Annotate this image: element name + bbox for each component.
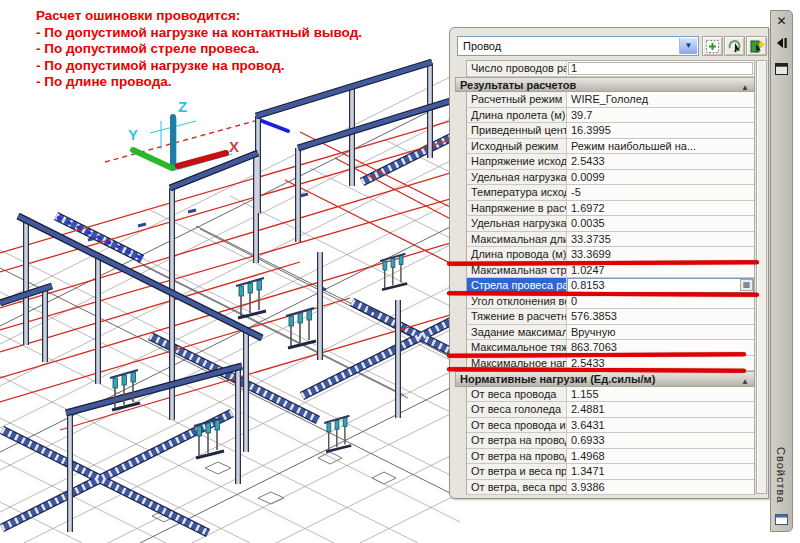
property-value[interactable]: 0.6933 <box>567 433 754 448</box>
annotation-line: - По допустимой стреле провеса. <box>36 41 362 58</box>
section-header-results[interactable]: Результаты расчетов ▲ <box>455 77 755 93</box>
property-label: Стрела провеса расчетного режима (м) <box>467 278 567 293</box>
property-label: Температура исходного режима (°С) <box>467 185 567 200</box>
property-label: Удельная нагрузка исходного режима... <box>467 170 567 185</box>
quick-select-icon <box>749 39 764 54</box>
property-label: От ветра, веса провода и гололеда <box>467 480 567 495</box>
property-label: Тяжение в расчетном режиме (Ед.силы) <box>467 309 567 324</box>
palette-title-bar[interactable]: ✕ Свойства <box>770 10 793 532</box>
property-label: От ветра и веса провода <box>467 464 567 479</box>
property-value-text: 0.8153 <box>571 279 605 291</box>
properties-list: Число проводов расщепленной фазы 1 Резул… <box>455 60 755 495</box>
property-label: Исходный режим <box>467 139 567 154</box>
property-value[interactable]: 1.6972 <box>567 201 754 216</box>
quick-select-button[interactable] <box>746 36 767 56</box>
property-row[interactable]: Температура исходного режима (°С)-5 <box>467 185 754 201</box>
auto-hide-icon[interactable] <box>775 37 788 49</box>
property-value[interactable]: 0.0099 <box>567 170 754 185</box>
ucs-z-label: Z <box>178 98 187 115</box>
property-label: От веса гололеда <box>467 402 567 417</box>
ucs-x-label: X <box>229 138 239 155</box>
property-label: Расчетный режим <box>467 92 567 107</box>
palette-window-icon <box>775 514 788 525</box>
pickadd-toggle-button[interactable] <box>702 36 723 56</box>
section-header-normative-loads[interactable]: Нормативные нагрузки (Ед.силы/м) ▲ <box>455 371 755 387</box>
property-value[interactable]: 33.3735 <box>567 232 754 247</box>
property-row[interactable]: От ветра, веса провода и гололеда3.9386 <box>467 480 754 496</box>
annotation-line: - По допустимой нагрузке на контактный в… <box>36 25 362 42</box>
property-row[interactable]: От ветра и веса провода1.3471 <box>467 464 754 480</box>
property-value[interactable]: 3.9386 <box>567 480 754 495</box>
property-value[interactable]: 3.6431 <box>567 418 754 433</box>
property-row[interactable]: От ветра на провод с гололедом1.4968 <box>467 449 754 465</box>
property-row[interactable]: Задание максимального тяженияВручную <box>467 325 754 341</box>
property-row[interactable]: Максимальная длина провода (м)33.3735 <box>467 232 754 248</box>
property-row[interactable]: От ветра на провод без гололеда0.6933 <box>467 433 754 449</box>
close-icon[interactable]: ✕ <box>771 14 792 28</box>
property-label: Напряжение в расчетном режиме (Ед.с... <box>467 201 567 216</box>
property-label: От веса провода и гололеда <box>467 418 567 433</box>
property-value[interactable]: Режим наибольшей на... <box>567 139 754 154</box>
select-objects-button[interactable] <box>724 36 745 56</box>
annotation-line: - По длине провода. <box>36 74 362 91</box>
pickadd-plus-icon <box>705 39 720 54</box>
property-value[interactable]: 0.0035 <box>567 216 754 231</box>
property-label: Удельная нагрузка расчетного режим... <box>467 216 567 231</box>
property-row[interactable]: Напряжение исходного режима (Ед.си...2.5… <box>467 154 754 170</box>
property-label: От ветра на провод без гололеда <box>467 433 567 448</box>
scrollbar[interactable] <box>756 60 767 494</box>
ucs-icon: Z Y X <box>128 98 239 170</box>
property-row[interactable]: Удельная нагрузка исходного режима...0.0… <box>467 170 754 186</box>
foundation-marks <box>152 452 396 522</box>
annotation-line: - По допустимой нагрузке на провод. <box>36 58 362 75</box>
property-value[interactable]: 2.5433 <box>567 154 754 169</box>
property-row[interactable]: Расчетный режимWIRE_Гололед <box>467 92 754 108</box>
section-title: Нормативные нагрузки (Ед.силы/м) <box>460 373 655 385</box>
property-value[interactable]: -5 <box>567 185 754 200</box>
portal-beams <box>0 62 460 413</box>
property-row[interactable]: Длина пролета (м)39.7 <box>467 108 754 124</box>
property-row[interactable]: Приведенный центр тяжести (м)16.3995 <box>467 123 754 139</box>
property-label: Максимальная длина провода (м) <box>467 232 567 247</box>
property-label: От ветра на провод с гололедом <box>467 449 567 464</box>
property-row[interactable]: Напряжение в расчетном режиме (Ед.с...1.… <box>467 201 754 217</box>
ucs-y-label: Y <box>128 126 138 143</box>
property-value[interactable]: 576.3853 <box>567 309 754 324</box>
property-value[interactable]: 1.155 <box>567 387 754 402</box>
object-type-value: Провод <box>463 40 501 52</box>
calculator-button[interactable]: ▦ <box>740 279 753 291</box>
property-row[interactable]: От веса провода1.155 <box>467 387 754 403</box>
property-value[interactable]: WIRE_Гололед <box>567 92 754 107</box>
property-row[interactable]: От веса гололеда2.4881 <box>467 402 754 418</box>
object-type-dropdown[interactable]: Провод ▼ <box>457 36 699 56</box>
property-label: Длина пролета (м) <box>467 108 567 123</box>
property-label: Приведенный центр тяжести (м) <box>467 123 567 138</box>
property-row[interactable]: От веса провода и гололеда3.6431 <box>467 418 754 434</box>
annotation-title: Расчет ошиновки проводится: <box>36 8 362 25</box>
properties-palette: Провод ▼ Число проводов расщепленной фаз… <box>449 27 769 499</box>
palette-title[interactable]: Свойства <box>775 447 787 503</box>
property-row[interactable]: Исходный режимРежим наибольшей на... <box>467 139 754 155</box>
property-value[interactable]: 1.3471 <box>567 464 754 479</box>
annotation-text: Расчет ошиновки проводится: - По допусти… <box>36 8 362 91</box>
property-row[interactable]: Число проводов расщепленной фазы 1 <box>467 61 754 77</box>
chevron-down-icon[interactable]: ▼ <box>679 38 697 54</box>
section-title: Результаты расчетов <box>460 79 576 91</box>
property-value[interactable]: 16.3995 <box>567 123 754 138</box>
property-value[interactable]: 0.8153 ▦ <box>567 278 754 293</box>
property-value[interactable]: 1 <box>567 61 754 76</box>
property-label: Число проводов расщепленной фазы <box>467 61 567 76</box>
property-value[interactable]: 2.4881 <box>567 402 754 417</box>
select-cursor-icon <box>727 39 742 54</box>
property-row[interactable]: Удельная нагрузка расчетного режим...0.0… <box>467 216 754 232</box>
property-label: Длина провода (м) <box>467 247 567 262</box>
property-label: Задание максимального тяжения <box>467 325 567 340</box>
property-label: От веса провода <box>467 387 567 402</box>
property-value[interactable]: 39.7 <box>567 108 754 123</box>
properties-window-icon[interactable] <box>775 63 788 75</box>
property-value[interactable]: 33.3699 <box>567 247 754 262</box>
property-row[interactable]: Тяжение в расчетном режиме (Ед.силы)576.… <box>467 309 754 325</box>
property-value[interactable]: Вручную <box>567 325 754 340</box>
property-value[interactable]: 1.4968 <box>567 449 754 464</box>
property-label: Напряжение исходного режима (Ед.си... <box>467 154 567 169</box>
